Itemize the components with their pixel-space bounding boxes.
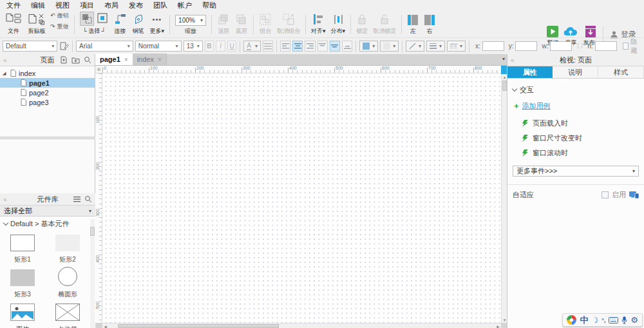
align-button[interactable]: 对齐▾ [308,12,328,36]
align-center-button[interactable] [292,41,303,52]
design-canvas[interactable] [102,73,501,323]
collapse-panel-icon[interactable]: « [3,57,7,64]
opacity-select[interactable]: ▾ [380,41,399,52]
zoom-select[interactable]: 100%▾ [175,15,206,26]
panel-divider[interactable] [0,137,95,139]
x-input[interactable] [482,41,504,51]
add-case-link[interactable]: 添加用例 [522,101,551,111]
text-color-select[interactable]: A▾ [243,41,261,52]
style-preset-select[interactable]: Default▾ [3,41,57,52]
search-icon[interactable] [84,56,91,64]
font-size-select[interactable]: 13▾ [184,41,203,52]
right-panel-toggle[interactable]: 右 [421,14,438,36]
enable-adaptive-checkbox[interactable] [601,191,609,198]
more-events-select[interactable]: 更多事件>>>▾ [513,166,639,177]
tab-overflow-icon[interactable]: ▾ [502,56,505,62]
tree-item-index[interactable]: ◢ index [0,68,95,78]
edit-style-icon[interactable] [59,41,69,51]
menu-file[interactable]: 文件 [1,1,26,10]
add-page-icon[interactable] [60,56,68,64]
ime-punctuation-icon[interactable]: °, [601,317,605,323]
library-item-rect3[interactable]: 矩形3 [0,265,45,300]
select-contain-button[interactable] [96,12,109,26]
event-window-resize[interactable]: 窗口尺寸改变时 [507,131,644,146]
horizontal-scrollbar[interactable]: ◀ ▶ [102,323,501,328]
more-button[interactable]: ••• 更多▾ [147,12,167,36]
tab-index[interactable]: index× [133,53,167,65]
close-tab-icon[interactable]: × [124,56,128,63]
connect-button[interactable]: 连接 [111,12,129,36]
add-folder-icon[interactable] [71,56,80,64]
menu-help[interactable]: 帮助 [197,1,222,10]
underline-button[interactable]: U [227,41,237,52]
valign-top-button[interactable] [317,41,328,52]
file-button[interactable]: 文件 [3,12,24,36]
italic-button[interactable]: I [216,41,225,52]
font-family-select[interactable]: Arial▾ [76,41,133,52]
ime-mic-icon[interactable] [621,316,627,324]
ime-language-toggle[interactable]: 中 [580,314,588,326]
scroll-right-icon[interactable]: ▶ [495,323,501,328]
event-window-scroll[interactable]: 窗口滚动时 [507,146,644,160]
scrollbar-thumb[interactable] [90,227,95,236]
expander-icon[interactable]: ◢ [3,71,9,76]
tree-item-page2[interactable]: page2 [0,88,95,97]
bring-to-front-button[interactable]: 顶层 [214,12,232,36]
tree-item-page1[interactable]: page1 [0,78,95,88]
send-to-back-button[interactable]: 底层 [232,12,251,36]
line-width-select[interactable]: ▾ [426,41,445,52]
lock-button[interactable]: 锁定 [354,12,370,36]
collapse-panel-icon[interactable]: « [3,196,7,203]
menu-icon[interactable] [73,197,80,202]
collapse-panel-icon[interactable]: « [511,57,515,64]
hide-checkbox[interactable] [623,43,629,50]
valign-bottom-button[interactable] [342,41,352,52]
group-button[interactable]: 组合 [256,12,274,36]
scroll-left-icon[interactable]: ◀ [102,323,108,328]
align-right-button[interactable] [305,41,315,52]
valign-middle-button[interactable] [330,41,340,52]
library-item-ellipse[interactable]: 椭圆形 [45,265,90,300]
menu-publish[interactable]: 发布 [124,1,148,10]
ruler-origin[interactable]: ⊕ [95,66,102,73]
tree-item-page3[interactable]: page3 [0,97,95,107]
ime-settings-icon[interactable]: ⚙ [630,315,638,325]
redo-button[interactable]: ↷重做 [50,23,69,31]
library-item-image[interactable]: 图片 [0,300,45,328]
tab-properties[interactable]: 属性 [507,66,553,78]
menu-project[interactable]: 项目 [75,1,99,10]
bold-button[interactable]: B [205,41,214,52]
menu-layout[interactable]: 布局 [99,1,124,10]
left-panel-toggle[interactable]: 左 [404,14,421,36]
event-page-load[interactable]: 页面载入时 [507,116,644,131]
y-input[interactable] [515,41,537,51]
library-scrollbar[interactable] [90,219,95,328]
menu-edit[interactable]: 编辑 [26,1,50,10]
unlock-button[interactable]: 取消锁定 [370,12,399,36]
ime-fullwidth-icon[interactable]: ☽ [591,316,598,325]
vertical-scrollbar[interactable]: ▲ ▼ [501,74,507,323]
scrollbar-thumb[interactable] [502,81,507,91]
link-wh-icon[interactable]: 〔〕 [574,42,585,50]
menu-team[interactable]: 团队 [148,1,173,10]
w-input[interactable] [550,41,572,51]
tab-style[interactable]: 样式 [598,66,644,78]
menu-view[interactable]: 视图 [50,1,75,10]
library-item-rect2[interactable]: 矩形2 [45,231,90,265]
distribute-button[interactable]: 分布▾ [328,12,348,36]
pen-button[interactable]: 钢笔 [129,12,147,36]
line-color-select[interactable]: ▾ [406,41,424,52]
ungroup-button[interactable]: 取消组合 [274,12,303,36]
ime-logo-icon[interactable] [567,315,576,325]
library-filter-select[interactable]: 选择全部▾ [0,206,95,217]
h-input[interactable] [595,41,617,51]
ime-keyboard-icon[interactable] [609,317,618,323]
clipboard-button[interactable]: 剪贴板 [24,12,49,36]
scrollbar-thumb[interactable] [118,324,279,328]
library-item-rect1[interactable]: 矩形1 [0,231,45,265]
line-spacing-button[interactable] [263,41,273,52]
search-icon[interactable] [84,195,92,203]
tab-notes[interactable]: 说明 [553,66,598,78]
align-left-button[interactable] [280,41,290,52]
library-item-placeholder[interactable]: 占位符 [45,300,90,328]
